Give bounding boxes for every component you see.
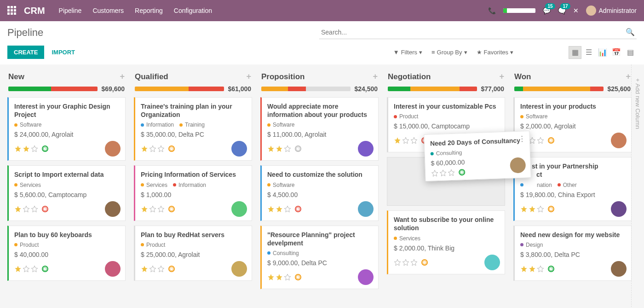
priority-star[interactable] (14, 205, 22, 213)
activity-indicator[interactable] (168, 145, 175, 152)
priority-star[interactable] (157, 205, 165, 213)
progress-bar[interactable] (135, 87, 224, 91)
card-avatar[interactable] (231, 141, 247, 157)
priority-star[interactable] (276, 205, 283, 213)
list-view-button[interactable]: ☰ (582, 46, 595, 59)
kanban-card[interactable]: Trainee's training plan in your Organiza… (134, 97, 252, 161)
priority-star[interactable] (402, 137, 409, 144)
priority-star[interactable] (439, 169, 447, 177)
priority-star[interactable] (157, 145, 165, 152)
priority-star[interactable] (149, 205, 156, 213)
priority-star[interactable] (31, 265, 38, 273)
kanban-card[interactable]: Intest in your PartnershipProject Inforn… (513, 157, 632, 221)
filters-dropdown[interactable]: ▼Filters▾ (393, 49, 422, 56)
calendar-view-button[interactable]: 📅 (610, 46, 623, 59)
kanban-card[interactable]: "Resource Planning" project develpment C… (260, 226, 379, 289)
priority-star[interactable] (394, 259, 401, 266)
card-avatar[interactable] (611, 201, 627, 217)
menu-pipeline[interactable]: Pipeline (59, 7, 82, 14)
priority-star[interactable] (284, 205, 291, 213)
add-column-button[interactable]: + Add new Column (631, 64, 644, 307)
apps-icon[interactable] (7, 6, 17, 15)
priority-star[interactable] (267, 273, 275, 281)
card-avatar[interactable] (105, 261, 121, 277)
favorites-dropdown[interactable]: ★Favorites▾ (477, 49, 513, 56)
activity-indicator[interactable] (548, 266, 554, 272)
create-button[interactable]: CREATE (7, 46, 44, 59)
priority-star[interactable] (284, 273, 291, 281)
menu-reporting[interactable]: Reporting (135, 7, 163, 14)
messages-icon[interactable]: 💬15 (543, 7, 551, 14)
kanban-card[interactable]: Want to subscribe to your online solutio… (387, 210, 505, 274)
kanban-card[interactable]: Interest in your products Software $ 2,0… (513, 97, 632, 152)
trial-progress[interactable] (503, 8, 535, 13)
priority-star[interactable] (14, 265, 22, 273)
menu-config[interactable]: Configuration (174, 7, 212, 14)
column-header[interactable]: Qualified + (132, 70, 254, 83)
search-icon[interactable]: 🔍 (626, 28, 635, 36)
priority-star[interactable] (402, 259, 409, 266)
priority-star[interactable] (448, 169, 455, 177)
priority-star[interactable] (149, 265, 156, 273)
card-menu-icon[interactable]: ⋮ (518, 134, 526, 143)
column-add-button[interactable]: + (120, 72, 125, 81)
priority-star[interactable] (537, 205, 544, 213)
priority-star[interactable] (141, 265, 148, 273)
pivot-view-button[interactable]: ▤ (624, 46, 637, 59)
card-avatar[interactable] (358, 269, 374, 285)
priority-star[interactable] (141, 205, 148, 213)
column-add-button[interactable]: + (246, 72, 251, 81)
progress-bar[interactable] (388, 87, 477, 91)
activity-indicator[interactable] (295, 274, 301, 280)
progress-bar[interactable] (261, 87, 351, 91)
activity-indicator[interactable] (168, 206, 175, 212)
activity-indicator[interactable] (548, 206, 554, 212)
user-menu[interactable]: Administrator (586, 6, 637, 16)
graph-view-button[interactable]: 📊 (596, 46, 609, 59)
column-add-button[interactable]: + (373, 72, 378, 81)
progress-bar[interactable] (8, 87, 98, 91)
priority-star[interactable] (520, 205, 528, 213)
kanban-card[interactable]: Plan to buy RedHat servers Product $ 25,… (134, 226, 252, 281)
activity-indicator[interactable] (459, 169, 465, 175)
activity-indicator[interactable] (42, 266, 48, 272)
activity-indicator[interactable] (295, 206, 301, 212)
priority-star[interactable] (520, 265, 528, 273)
card-avatar[interactable] (611, 133, 627, 148)
card-avatar[interactable] (358, 201, 374, 217)
kanban-card[interactable]: Need new design for my website Design $ … (513, 226, 632, 281)
dragged-card[interactable]: ⋮ Need 20 Days of Consultancy Consulting… (424, 131, 531, 181)
search-input[interactable] (319, 26, 637, 39)
priority-star[interactable] (149, 145, 156, 152)
kanban-card[interactable]: Plan to buy 60 keyboards Product $ 40,00… (7, 226, 126, 281)
activity-indicator[interactable] (295, 145, 301, 152)
activity-indicator[interactable] (42, 145, 48, 152)
priority-star[interactable] (394, 137, 401, 144)
column-add-button[interactable]: + (626, 72, 631, 81)
activity-indicator[interactable] (421, 259, 428, 266)
card-avatar[interactable] (231, 201, 247, 217)
column-add-button[interactable]: + (499, 72, 504, 81)
priority-star[interactable] (537, 265, 544, 273)
priority-star[interactable] (537, 137, 544, 144)
priority-star[interactable] (276, 145, 283, 152)
kanban-card[interactable]: Interest in your Graphic Design Project … (7, 97, 126, 161)
card-avatar[interactable] (105, 141, 121, 157)
kanban-card[interactable]: Need to customize the solution Software … (260, 165, 379, 221)
priority-star[interactable] (267, 205, 275, 213)
priority-star[interactable] (31, 205, 38, 213)
discuss-icon[interactable]: 🗨️17 (558, 7, 566, 14)
activity-indicator[interactable] (168, 266, 175, 272)
import-button[interactable]: IMPORT (52, 49, 75, 56)
column-header[interactable]: New + (6, 70, 127, 83)
groupby-dropdown[interactable]: ≡Group By▾ (431, 49, 467, 56)
card-avatar[interactable] (105, 201, 121, 217)
card-avatar[interactable] (358, 141, 374, 157)
progress-bar[interactable] (514, 87, 604, 91)
brand[interactable]: CRM (24, 6, 45, 16)
column-header[interactable]: Won + (512, 70, 633, 83)
priority-star[interactable] (529, 205, 536, 213)
priority-star[interactable] (431, 169, 439, 177)
card-avatar[interactable] (484, 255, 500, 270)
kanban-card[interactable]: Script to Import external data Services … (7, 165, 126, 221)
